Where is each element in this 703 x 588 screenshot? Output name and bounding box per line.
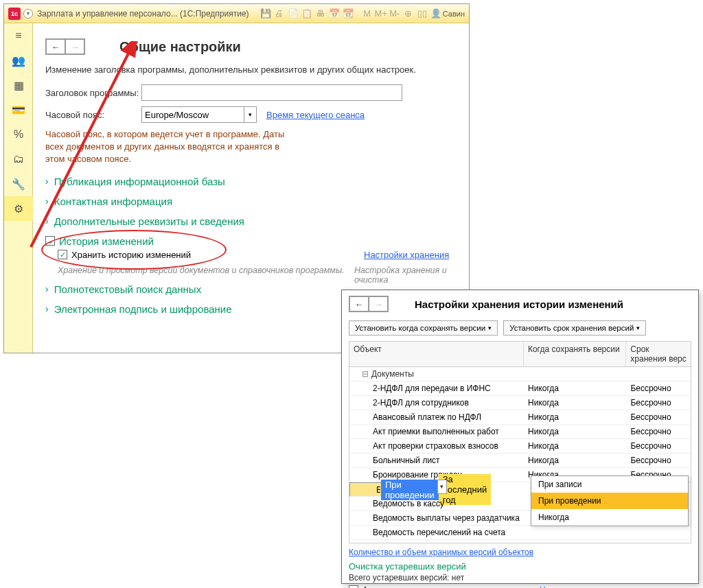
app-menu-dropdown[interactable]: ▾ [23,9,33,19]
print2-icon[interactable]: 🖶 [314,8,327,20]
set-when-save-button[interactable]: Установить когда сохранять версии [349,320,498,336]
save-icon[interactable]: 💾 [260,8,272,20]
history-hint: Хранение и просмотр версий документов и … [58,266,345,275]
tz-select[interactable]: Europe/Moscow [141,106,244,123]
sidebar: ≡ 👥 ▦ 💳 % 🗂 🔧 ⚙ [4,23,33,353]
panels-icon[interactable]: ▯▯ [416,8,428,20]
grid-row[interactable]: 2-НДФЛ для сотрудниковНикогдаБессрочно [349,396,691,410]
doc-icon[interactable]: 📄 [287,8,299,20]
grid-row[interactable]: Акт проверки страховых взносовНикогдаБес… [349,439,691,454]
set-retention-button[interactable]: Установить срок хранения версий [503,320,646,336]
grid-row[interactable]: 2-НДФЛ для передачи в ИФНСНикогдаБессроч… [349,381,691,396]
session-time-link[interactable]: Время текущего сеанса [266,110,365,120]
cell-when: Никогда [524,412,626,422]
cell-term: Бессрочно [626,412,691,422]
sidebar-people-icon[interactable]: 👥 [4,48,33,73]
cell-object: Ведомость перечислений на счета [349,528,524,537]
sidebar-percent-icon[interactable]: % [4,122,33,147]
grid-row[interactable]: Ведомость уплаты взносов АДВ-11НикогдаБе… [349,540,691,543]
auto-delete-label: Автоматически удалять устаревшие версии [362,585,530,588]
obsolete-count: Всего устаревших версий: нет [349,573,691,583]
cell-object: Акт проверки страховых взносов [349,441,524,451]
tz-dropdown-button[interactable]: ▾ [244,106,257,123]
dropdown-option-on-post[interactable]: При проведении [531,493,688,509]
m-minus-label[interactable]: M- [389,8,401,20]
grid-row[interactable]: Авансовый платеж по НДФЛНикогдаБессрочно [349,410,691,425]
popup-title: Настройки хранения истории изменений [415,298,623,310]
grid-row[interactable]: Акт приемки выполненных работНикогдаБесс… [349,425,691,439]
cell-when[interactable]: При проведении▾ [381,480,439,500]
chevron-right-icon[interactable]: › [45,176,49,187]
sidebar-wrench-icon[interactable]: 🔧 [4,172,33,196]
user-icon[interactable]: 👤 [430,8,442,20]
group-documents[interactable]: ⊟Документы [349,369,524,379]
cell-object: Больничный лист [349,456,524,465]
sidebar-folder-icon[interactable]: 🗂 [4,147,33,172]
program-title-input[interactable] [141,84,402,101]
m-label[interactable]: M [361,8,373,20]
section-publication[interactable]: Публикация информационной базы [54,176,225,187]
nav-back-button[interactable]: ← [46,39,65,54]
chevron-right-icon[interactable]: › [45,283,49,294]
popup-forward-button[interactable]: → [369,296,388,311]
cell-when: Никогда [524,441,626,451]
auto-delete-checkbox[interactable]: ✓ [349,585,358,588]
section-signature[interactable]: Электронная подпись и шифрование [54,303,232,315]
calendar-icon[interactable]: 📅 [328,8,341,20]
col-term[interactable]: Срок хранения верс [626,342,691,366]
versions-count-link[interactable]: Количество и объем хранимых версий объек… [349,548,533,557]
sidebar-menu-icon[interactable]: ≡ [4,23,33,48]
grid-row[interactable]: Ведомость перечислений на счета [349,526,691,540]
storage-settings-link[interactable]: Настройки хранения [364,250,449,260]
history-checkbox-label: Хранить историю изменений [71,250,191,260]
cell-object: Акт приемки выполненных работ [349,427,524,436]
program-title-label: Заголовок программы: [45,88,141,98]
plus-icon[interactable]: ⊕ [402,8,415,20]
col-when[interactable]: Когда сохранять версии [524,342,626,366]
history-settings-popup: ← → Настройки хранения истории изменений… [341,290,699,584]
schedule-link[interactable]: Настроить расписание [540,585,627,588]
sidebar-gear-icon[interactable]: ⚙ [4,196,33,221]
app-logo: 1c [8,8,21,20]
dropdown-option-never[interactable]: Никогда [531,509,688,526]
section-additional[interactable]: Дополнительные реквизиты и сведения [54,215,244,227]
cell-object: Авансовый платеж по НДФЛ [349,412,524,422]
cell-object: Ведомость выплаты через раздатчика [349,513,524,523]
history-checkbox[interactable]: ✓ [58,250,67,259]
nav-forward-button[interactable]: → [65,39,84,54]
cell-term: Бессрочно [626,427,691,436]
tz-hint: Часовой пояс, в котором ведется учет в п… [45,128,299,166]
calendar2-icon[interactable]: 📆 [342,8,354,20]
cell-when: Никогда [524,427,626,436]
popup-back-button[interactable]: ← [349,296,369,311]
storage-settings-hint: Настройка хранения и очистка [354,266,455,285]
tz-label: Часовой пояс: [45,110,141,120]
cell-object: Ведомость уплаты взносов АДВ-11 [349,542,524,543]
chevron-right-icon[interactable]: › [45,196,49,207]
cell-object: Ведомость в кассу [349,499,524,508]
page-title: Общие настройки [119,39,241,55]
when-save-dropdown: При записи При проведении Никогда [531,475,689,526]
chevron-right-icon[interactable]: › [45,303,49,314]
intro-text: Изменение заголовка программы, дополните… [45,64,455,75]
section-fulltext[interactable]: Полнотекстовый поиск данных [54,283,201,295]
chevron-down-icon[interactable]: ⌄ [45,236,55,246]
copy-icon[interactable]: 📋 [301,8,313,20]
cell-dropdown-arrow[interactable]: ▾ [437,480,447,494]
sidebar-card-icon[interactable]: 💳 [4,97,33,122]
cell-term: Бессрочно [626,398,691,408]
grid-row[interactable]: Больничный листНикогдаБессрочно [349,454,691,468]
section-history[interactable]: История изменений [59,235,154,247]
cell-when: Никогда [524,542,626,543]
grid-row[interactable]: Ведомость в банкПри проведении▾За послед… [349,482,452,497]
cell-object: 2-НДФЛ для сотрудников [349,398,524,408]
section-contacts[interactable]: Контактная информация [54,196,172,207]
dropdown-option-on-write[interactable]: При записи [531,476,688,493]
sidebar-grid-icon[interactable]: ▦ [4,73,33,97]
chevron-right-icon[interactable]: › [45,215,49,226]
print-icon[interactable]: 🖨 [273,8,286,20]
col-object[interactable]: Объект [349,342,524,366]
cell-object: Бронирование граждан [349,470,524,480]
cell-term: Бессрочно [626,542,691,543]
m-plus-label[interactable]: M+ [375,8,387,20]
